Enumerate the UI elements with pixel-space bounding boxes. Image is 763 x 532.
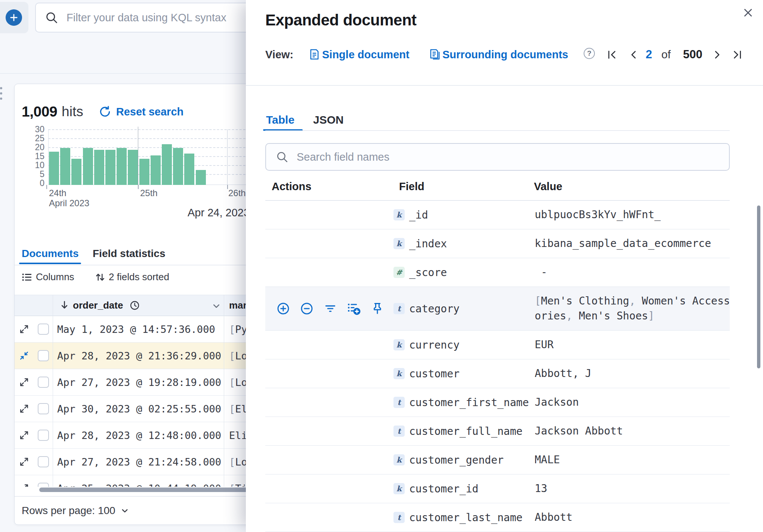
last-page-icon[interactable] [732, 50, 742, 60]
expand-row-icon[interactable] [19, 457, 29, 467]
field-value: ublpuocBs3kYv_hWFnt_ [535, 207, 731, 222]
histogram-bar[interactable] [173, 148, 183, 185]
field-value: kibana_sample_data_ecommerce [535, 236, 731, 251]
tab-documents[interactable]: Documents [22, 248, 78, 260]
field-type-badge: t [393, 397, 405, 408]
current-page-number[interactable]: 2 [646, 48, 652, 61]
filter-for-value-icon[interactable] [277, 302, 290, 315]
expand-row-icon[interactable] [19, 324, 29, 334]
expanded-document-flyout: Expanded document View: Single document … [246, 0, 763, 532]
histogram-bar[interactable] [94, 150, 104, 185]
manufacturer-cell: [Lo [229, 350, 247, 362]
histogram-bar[interactable] [49, 152, 59, 185]
pin-field-icon[interactable] [371, 302, 384, 315]
table-row: Apr 27, 2023 @ 21:24:58.000[Lo [15, 449, 276, 475]
pagination-total: 500 [683, 48, 702, 61]
expand-row-icon[interactable] [19, 377, 29, 387]
add-filter-button[interactable] [6, 9, 22, 26]
x-tick-mark [138, 185, 139, 189]
row-checkbox[interactable] [38, 350, 49, 361]
row-checkbox[interactable] [38, 430, 49, 441]
y-tick: 5 [21, 169, 44, 179]
rows-per-page-label: Rows per page: 100 [22, 505, 115, 517]
view-label: View: [265, 49, 293, 61]
expand-row-icon[interactable] [19, 404, 29, 414]
value-column-header: Value [534, 180, 562, 193]
histogram-bar[interactable] [128, 150, 138, 185]
surrounding-documents-icon[interactable] [429, 49, 441, 60]
panel-drag-handle-icon[interactable] [0, 85, 4, 102]
kibana-discover-page: Filter your data using KQL syntax 1,009 … [0, 0, 763, 532]
columns-button[interactable]: Columns [36, 271, 74, 283]
histogram-bar[interactable] [117, 148, 127, 185]
rows-per-page-button[interactable]: Rows per page: 100 [22, 505, 129, 517]
order-date-cell: Apr 27, 2023 @ 21:24:58.000 [57, 456, 221, 468]
field-search-input[interactable]: Search field names [265, 143, 730, 171]
histogram-bar[interactable] [162, 144, 172, 185]
row-checkbox[interactable] [38, 324, 49, 335]
next-page-icon[interactable] [712, 50, 722, 60]
kql-search-placeholder: Filter your data using KQL syntax [67, 12, 226, 24]
histogram-bar[interactable] [184, 154, 194, 185]
refresh-icon[interactable] [99, 106, 111, 118]
row-checkbox[interactable] [38, 483, 49, 487]
field-name: customer_full_name [409, 425, 522, 437]
expand-row-icon[interactable] [19, 483, 29, 487]
histogram-bar[interactable] [83, 148, 93, 185]
histogram-bar[interactable] [139, 159, 149, 185]
single-document-link[interactable]: Single document [322, 49, 410, 61]
histogram-bar[interactable] [151, 155, 161, 185]
surrounding-documents-link[interactable]: Surrounding documents [442, 49, 568, 61]
field-table-rows: k_idublpuocBs3kYv_hWFnt_k_indexkibana_sa… [265, 201, 730, 532]
histogram-bar[interactable] [60, 148, 70, 185]
collapse-row-icon[interactable] [19, 351, 29, 361]
previous-page-icon[interactable] [628, 50, 639, 60]
order-date-column-header[interactable]: order_date [73, 300, 123, 311]
close-icon[interactable] [743, 7, 753, 18]
histogram-bar[interactable] [196, 170, 206, 185]
tab-json[interactable]: JSON [313, 114, 344, 126]
single-document-icon[interactable] [309, 49, 320, 60]
field-type-badge: k [393, 339, 405, 350]
row-checkbox[interactable] [38, 456, 49, 467]
tabs-divider [15, 265, 276, 265]
flyout-title: Expanded document [265, 11, 417, 29]
help-icon[interactable]: ? [584, 48, 595, 59]
row-checkbox[interactable] [38, 377, 49, 388]
horizontal-scrollbar[interactable] [39, 488, 248, 492]
table-row: Apr 25, 2023 @ 10:44:19.000[Ti [15, 475, 276, 487]
histogram-bar[interactable] [105, 150, 115, 185]
discover-main-panel: 1,009 hits Reset search 30 25 20 15 10 5… [14, 84, 277, 525]
column-separator [224, 295, 224, 487]
tab-table[interactable]: Table [266, 114, 294, 126]
field-row: tcustomer_full_nameJackson Abbott [265, 417, 730, 446]
column-menu-chevron-icon[interactable] [212, 301, 221, 310]
chevron-down-icon [121, 507, 129, 515]
y-tick: 10 [21, 160, 44, 170]
toggle-column-icon[interactable] [347, 302, 361, 315]
filter-exists-icon[interactable] [324, 302, 337, 315]
manufacturer-cell: [El [229, 403, 247, 415]
field-value: - [535, 265, 731, 280]
first-page-icon[interactable] [607, 50, 617, 60]
field-row: k_indexkibana_sample_data_ecommerce [265, 229, 730, 258]
sort-descending-icon[interactable] [59, 300, 69, 310]
columns-icon [22, 272, 32, 282]
hits-count: 1,009 [22, 103, 57, 120]
x-tick-label: 24th [49, 188, 67, 198]
sort-fields-icon [95, 272, 105, 282]
field-name: category [409, 303, 460, 315]
search-icon [45, 11, 58, 24]
histogram-bar[interactable] [71, 159, 81, 185]
field-value: 13 [535, 481, 731, 496]
reset-search-link[interactable]: Reset search [116, 106, 184, 118]
expand-row-icon[interactable] [19, 430, 29, 440]
vertical-scrollbar[interactable] [757, 205, 760, 368]
filter-out-value-icon[interactable] [300, 302, 313, 315]
field-type-badge: t [393, 512, 405, 523]
manufacturer-column-header[interactable]: mar [229, 300, 247, 311]
row-checkbox[interactable] [38, 403, 49, 414]
fields-sorted-button[interactable]: 2 fields sorted [109, 271, 169, 283]
field-type-badge: t [393, 303, 405, 314]
tab-field-statistics[interactable]: Field statistics [93, 248, 166, 260]
